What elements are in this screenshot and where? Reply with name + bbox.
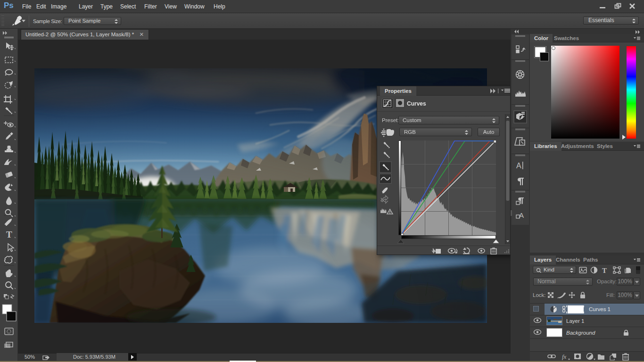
svg-text:T: T: [602, 267, 607, 274]
svg-text:fx: fx: [562, 353, 567, 360]
svg-text:A: A: [516, 162, 521, 170]
svg-text:T: T: [6, 230, 12, 239]
